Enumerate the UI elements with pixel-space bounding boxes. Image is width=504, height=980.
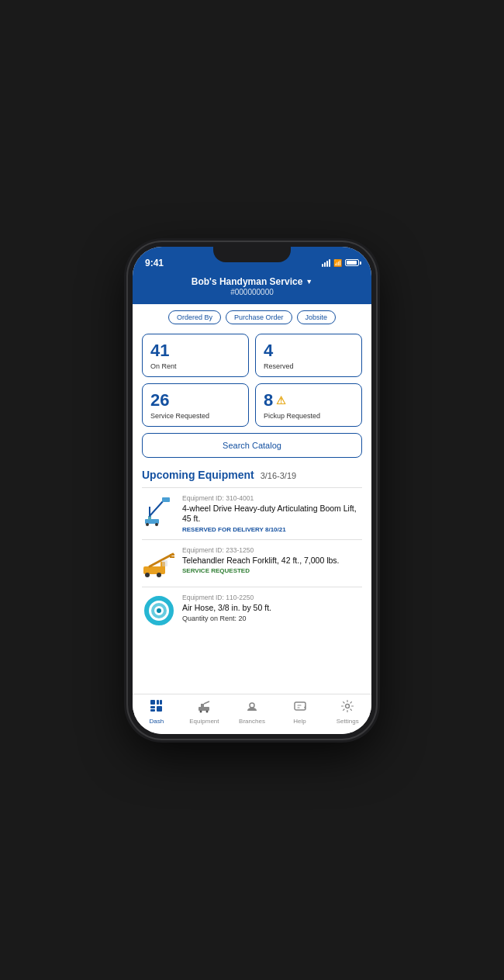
settings-label: Settings bbox=[337, 718, 359, 725]
boom-lift-status: RESERVED FOR DELIVERY 8/10/21 bbox=[182, 526, 362, 533]
forklift-status: SERVICE REQUESTED bbox=[182, 567, 362, 574]
svg-point-13 bbox=[157, 573, 161, 577]
svg-point-17 bbox=[157, 608, 161, 613]
app-header: Bob's Handyman Service ▼ #000000000 bbox=[133, 272, 371, 304]
svg-rect-18 bbox=[150, 700, 155, 705]
forklift-name: Telehandler Reach Forklift, 42 ft., 7,00… bbox=[182, 556, 362, 566]
svg-point-31 bbox=[346, 704, 350, 708]
svg-rect-30 bbox=[295, 702, 306, 710]
forklift-details: Equipment ID: 233-1250 Telehandler Reach… bbox=[182, 546, 362, 580]
forklift-id: Equipment ID: 233-1250 bbox=[182, 546, 362, 554]
dash-label: Dash bbox=[149, 718, 164, 725]
svg-rect-14 bbox=[162, 560, 167, 566]
filter-ordered-by[interactable]: Ordered By bbox=[168, 310, 221, 324]
svg-rect-10 bbox=[170, 554, 174, 556]
branches-label: Branches bbox=[239, 718, 265, 725]
hose-icon bbox=[142, 594, 176, 628]
stat-pickup-number: 8 ⚠ bbox=[264, 390, 354, 410]
nav-branches[interactable]: Branches bbox=[228, 699, 276, 725]
search-catalog-button[interactable]: Search Catalog bbox=[142, 433, 362, 458]
equipment-list: Equipment ID: 310-4001 4-wheel Drive Hea… bbox=[133, 487, 371, 634]
stats-grid: 41 On Rent 4 Reserved 26 Service Request… bbox=[133, 331, 371, 433]
section-date: 3/16-3/19 bbox=[261, 471, 296, 480]
wifi-icon: 📶 bbox=[333, 259, 342, 267]
dropdown-arrow-icon: ▼ bbox=[306, 278, 312, 286]
stat-reserved-label: Reserved bbox=[264, 362, 354, 370]
phone-shell: 9:41 📶 Bob's Handyman Service ▼ #0 bbox=[128, 242, 376, 739]
stat-on-rent-number: 41 bbox=[150, 341, 240, 361]
battery-icon bbox=[345, 259, 359, 266]
filter-purchase-order[interactable]: Purchase Order bbox=[226, 310, 292, 324]
boom-lift-image bbox=[142, 494, 176, 528]
stat-reserved[interactable]: 4 Reserved bbox=[255, 334, 362, 377]
upcoming-equipment-header: Upcoming Equipment 3/16-3/19 bbox=[133, 466, 371, 487]
hose-image bbox=[142, 594, 176, 628]
signal-icon bbox=[322, 259, 330, 267]
warning-icon: ⚠ bbox=[276, 394, 286, 407]
phone-screen: 9:41 📶 Bob's Handyman Service ▼ #0 bbox=[133, 247, 371, 734]
svg-rect-22 bbox=[150, 709, 155, 712]
svg-rect-20 bbox=[160, 700, 162, 705]
notch bbox=[213, 247, 291, 262]
equipment-item-boom-lift[interactable]: Equipment ID: 310-4001 4-wheel Drive Hea… bbox=[142, 487, 362, 539]
hose-name: Air Hose, 3/8 in. by 50 ft. bbox=[182, 603, 362, 614]
status-icons: 📶 bbox=[322, 259, 359, 267]
equipment-icon bbox=[197, 699, 211, 716]
stat-pickup-label: Pickup Requested bbox=[264, 412, 354, 420]
stat-pickup-requested[interactable]: 8 ⚠ Pickup Requested bbox=[255, 383, 362, 427]
bottom-nav: Dash Equipment bbox=[133, 694, 371, 734]
svg-point-26 bbox=[200, 710, 202, 712]
hose-id: Equipment ID: 110-2250 bbox=[182, 594, 362, 601]
svg-point-1 bbox=[146, 523, 149, 526]
forklift-icon bbox=[142, 546, 176, 580]
filter-pills: Ordered By Purchase Order Jobsite bbox=[133, 304, 371, 331]
help-label: Help bbox=[293, 718, 306, 725]
stat-service-label: Service Requested bbox=[150, 412, 240, 420]
account-number: #000000000 bbox=[145, 288, 359, 296]
section-title: Upcoming Equipment bbox=[142, 469, 254, 481]
dash-icon bbox=[150, 699, 164, 716]
nav-settings[interactable]: Settings bbox=[323, 699, 371, 725]
stat-service-number: 26 bbox=[150, 390, 240, 410]
stat-on-rent-label: On Rent bbox=[150, 362, 240, 370]
svg-rect-6 bbox=[149, 507, 150, 516]
stat-on-rent[interactable]: 41 On Rent bbox=[142, 334, 249, 377]
svg-rect-21 bbox=[150, 706, 155, 708]
svg-point-27 bbox=[206, 710, 209, 712]
forklift-image bbox=[142, 546, 176, 580]
boom-lift-name: 4-wheel Drive Heavy-duty Articulating Bo… bbox=[182, 504, 362, 525]
hose-details: Equipment ID: 110-2250 Air Hose, 3/8 in.… bbox=[182, 594, 362, 628]
company-name[interactable]: Bob's Handyman Service ▼ bbox=[145, 276, 359, 287]
svg-line-28 bbox=[204, 701, 209, 704]
stat-reserved-number: 4 bbox=[264, 341, 354, 361]
svg-rect-19 bbox=[157, 700, 159, 705]
branches-icon bbox=[245, 699, 259, 716]
hose-quantity: Quantity on Rent: 20 bbox=[182, 615, 362, 622]
settings-icon bbox=[340, 699, 354, 716]
main-content: Ordered By Purchase Order Jobsite 41 On … bbox=[133, 304, 371, 694]
boom-lift-id: Equipment ID: 310-4001 bbox=[182, 494, 362, 502]
svg-rect-11 bbox=[170, 556, 174, 558]
nav-equipment[interactable]: Equipment bbox=[181, 699, 229, 725]
status-time: 9:41 bbox=[145, 258, 164, 268]
nav-dash[interactable]: Dash bbox=[133, 699, 181, 725]
svg-rect-5 bbox=[162, 497, 170, 502]
svg-line-4 bbox=[150, 500, 164, 516]
boom-lift-details: Equipment ID: 310-4001 4-wheel Drive Hea… bbox=[182, 494, 362, 533]
equipment-item-forklift[interactable]: Equipment ID: 233-1250 Telehandler Reach… bbox=[142, 539, 362, 587]
help-icon bbox=[293, 699, 307, 716]
svg-rect-23 bbox=[157, 706, 162, 712]
svg-rect-25 bbox=[201, 704, 204, 708]
boom-lift-icon bbox=[142, 494, 176, 528]
svg-point-29 bbox=[250, 703, 254, 708]
stat-service-requested[interactable]: 26 Service Requested bbox=[142, 383, 249, 427]
filter-jobsite[interactable]: Jobsite bbox=[297, 310, 337, 324]
nav-help[interactable]: Help bbox=[276, 699, 324, 725]
equipment-item-hose[interactable]: Equipment ID: 110-2250 Air Hose, 3/8 in.… bbox=[142, 587, 362, 634]
svg-point-2 bbox=[155, 523, 158, 526]
equipment-label: Equipment bbox=[189, 718, 219, 725]
svg-point-12 bbox=[145, 573, 150, 577]
